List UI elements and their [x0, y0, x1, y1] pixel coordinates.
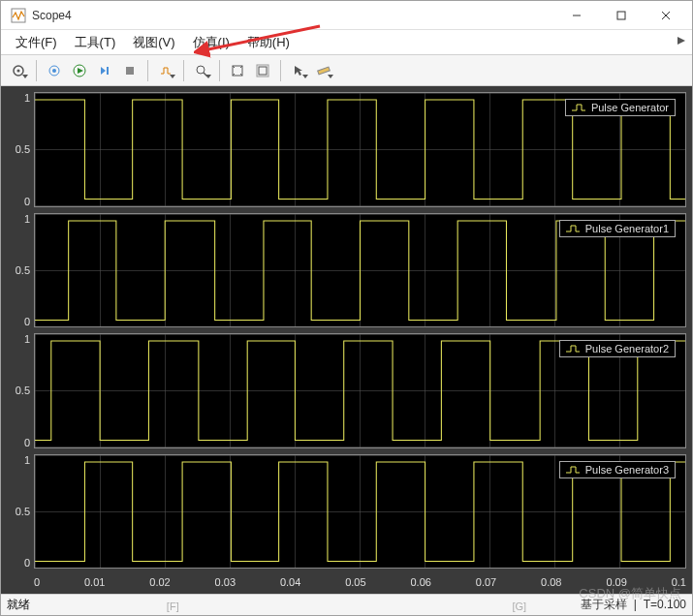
- chart-row-3: 10.50Pulse Generator3: [7, 454, 686, 570]
- svg-point-6: [17, 69, 20, 72]
- separator: [280, 60, 281, 81]
- x-tick: 0.02: [149, 576, 170, 588]
- legend-label: Pulse Generator3: [585, 464, 669, 476]
- svg-line-13: [204, 73, 207, 77]
- y-axis: 10.50: [7, 333, 34, 448]
- close-button[interactable]: [644, 1, 688, 30]
- autoscale-icon: [231, 64, 244, 77]
- chart-row-2: 10.50Pulse Generator2: [7, 333, 686, 448]
- titlebar: Scope4: [1, 1, 692, 30]
- target-icon: [47, 64, 61, 77]
- legend-wave-icon: [566, 466, 580, 474]
- legend-label: Pulse Generator1: [585, 223, 669, 234]
- separator: [36, 60, 37, 81]
- step-forward-icon: [98, 64, 111, 77]
- maximize-button[interactable]: [599, 1, 644, 30]
- legend: Pulse Generator: [565, 99, 676, 116]
- x-tick: 0.05: [345, 576, 365, 588]
- legend: Pulse Generator1: [559, 220, 676, 237]
- menubar: 文件(F) 工具(T) 视图(V) 仿真(I) 帮助(H): [1, 30, 692, 55]
- legend-wave-icon: [572, 104, 585, 111]
- svg-rect-10: [107, 67, 109, 75]
- window-controls: [554, 1, 688, 30]
- legend: Pulse Generator2: [559, 340, 676, 357]
- plot-1[interactable]: Pulse Generator1: [34, 213, 686, 328]
- legend: Pulse Generator3: [559, 461, 676, 478]
- separator: [147, 60, 148, 81]
- menu-view[interactable]: 视图(V): [124, 31, 183, 54]
- y-axis: 10.50: [7, 213, 34, 328]
- plot-0[interactable]: Pulse Generator: [34, 92, 686, 207]
- app-logo-icon: [11, 8, 26, 23]
- dock-handle-icon[interactable]: [677, 36, 686, 46]
- legend-wave-icon: [566, 345, 580, 353]
- toolbar: [1, 55, 692, 86]
- svg-rect-17: [318, 67, 331, 75]
- statusbar: 就绪 基于采样 | T=0.100: [1, 594, 692, 615]
- y-axis: 10.50: [7, 92, 34, 207]
- stop-icon: [123, 64, 137, 77]
- legend-label: Pulse Generator2: [585, 343, 669, 354]
- plot-3[interactable]: Pulse Generator3: [34, 454, 686, 570]
- svg-rect-15: [259, 67, 267, 75]
- scope-window: Scope4 文件(F) 工具(T) 视图(V) 仿真(I) 帮助(H): [0, 0, 693, 616]
- x-axis: 00.010.020.030.040.050.060.070.080.090.1: [7, 574, 686, 592]
- gear-icon: [12, 64, 25, 77]
- svg-rect-11: [126, 67, 134, 75]
- svg-rect-2: [617, 12, 625, 19]
- autoscale-button[interactable]: [226, 59, 249, 82]
- x-tick: 0.04: [280, 576, 300, 588]
- window-title: Scope4: [32, 9, 554, 22]
- menu-sim[interactable]: 仿真(I): [184, 31, 238, 54]
- separator: [219, 60, 220, 81]
- x-tick: 0.09: [606, 576, 626, 588]
- svg-point-12: [197, 66, 205, 74]
- trigger-icon: [159, 64, 173, 77]
- run-button[interactable]: [68, 59, 91, 82]
- zoom-icon: [195, 64, 208, 77]
- chart-row-1: 10.50Pulse Generator1: [7, 213, 686, 328]
- x-tick: 0.06: [410, 576, 430, 588]
- minimize-button[interactable]: [554, 1, 599, 30]
- y-axis: 10.50: [7, 454, 34, 570]
- cursor-icon: [292, 64, 305, 77]
- separator: [183, 60, 184, 81]
- scale-xy-icon: [256, 64, 269, 77]
- x-tick: 0.08: [541, 576, 561, 588]
- menu-help[interactable]: 帮助(H): [238, 31, 299, 54]
- legend-label: Pulse Generator: [591, 102, 669, 113]
- x-tick: 0: [34, 576, 40, 588]
- plot-area: 10.50Pulse Generator10.50Pulse Generator…: [1, 86, 692, 594]
- zoom-button[interactable]: [190, 59, 213, 82]
- scale-xy-button[interactable]: [251, 59, 274, 82]
- menu-tools[interactable]: 工具(T): [66, 31, 125, 54]
- chart-row-0: 10.50Pulse Generator: [7, 92, 686, 207]
- status-text: 就绪: [7, 597, 581, 613]
- x-tick: 0.07: [476, 576, 496, 588]
- x-tick: 0.01: [84, 576, 105, 588]
- step-button[interactable]: [93, 59, 116, 82]
- legend-wave-icon: [566, 225, 580, 232]
- play-icon: [73, 64, 86, 77]
- measure-icon: [317, 64, 331, 77]
- stop-button[interactable]: [118, 59, 142, 82]
- config-button[interactable]: [7, 59, 30, 82]
- menu-file[interactable]: 文件(F): [7, 31, 66, 54]
- x-tick: 0.03: [215, 576, 236, 588]
- status-mode: 基于采样 | T=0.100: [581, 597, 686, 613]
- trigger-button[interactable]: [154, 59, 177, 82]
- measure-button[interactable]: [312, 59, 335, 82]
- svg-point-8: [52, 69, 56, 73]
- plot-2[interactable]: Pulse Generator2: [34, 333, 686, 448]
- x-tick: 0.1: [672, 576, 686, 588]
- print-button[interactable]: [43, 59, 66, 82]
- cursor-button[interactable]: [287, 59, 310, 82]
